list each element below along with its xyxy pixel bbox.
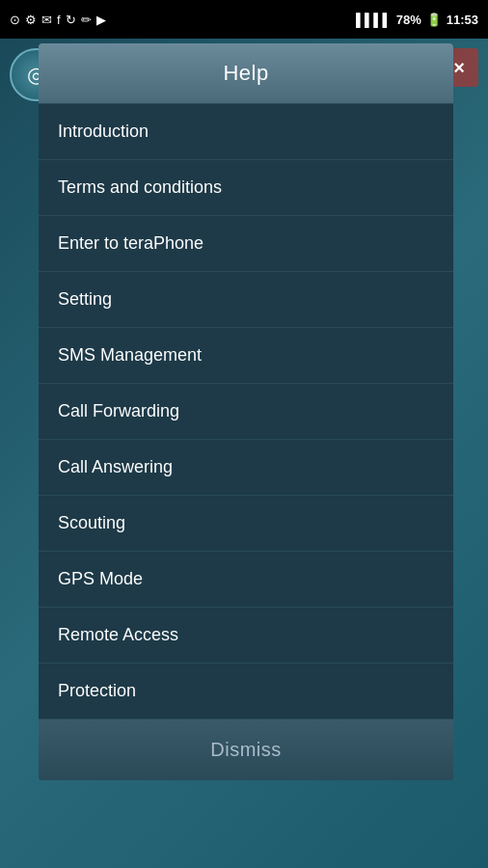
status-icons-left: ⊙ ⚙ ✉ f ↻ ✏ ▶ bbox=[10, 13, 106, 27]
dialog-header: Help bbox=[39, 43, 453, 103]
facebook-icon: f bbox=[57, 13, 61, 27]
sync-icon: ↻ bbox=[66, 13, 76, 27]
usb-icon: ⚙ bbox=[25, 13, 37, 27]
menu-item-remote-access[interactable]: Remote Access bbox=[39, 608, 453, 664]
menu-item-protection[interactable]: Protection bbox=[39, 664, 453, 719]
signal-icon: ▌▌▌▌ bbox=[356, 13, 392, 27]
battery-label: 78% bbox=[396, 13, 421, 27]
edit-icon: ✏ bbox=[81, 13, 92, 27]
dialog-title: Help bbox=[223, 61, 268, 85]
close-icon: × bbox=[453, 57, 465, 79]
status-bar: ⊙ ⚙ ✉ f ↻ ✏ ▶ ▌▌▌▌ 78% 🔋 11:53 bbox=[0, 0, 488, 39]
menu-item-introduction[interactable]: Introduction bbox=[39, 103, 453, 160]
menu-item-enter-teraphone[interactable]: Enter to teraPhone bbox=[39, 216, 453, 272]
dismiss-button[interactable]: Dismiss bbox=[39, 719, 453, 780]
menu-item-scouting[interactable]: Scouting bbox=[39, 496, 453, 552]
help-dialog: Help IntroductionTerms and conditionsEnt… bbox=[39, 43, 453, 780]
menu-item-terms[interactable]: Terms and conditions bbox=[39, 160, 453, 216]
time-label: 11:53 bbox=[447, 13, 478, 27]
menu-list: IntroductionTerms and conditionsEnter to… bbox=[39, 103, 453, 719]
bag-icon: ▶ bbox=[96, 13, 106, 27]
status-icons-right: ▌▌▌▌ 78% 🔋 11:53 bbox=[356, 13, 478, 27]
menu-item-gps-mode[interactable]: GPS Mode bbox=[39, 552, 453, 608]
battery-icon: 🔋 bbox=[426, 13, 442, 27]
menu-item-call-forwarding[interactable]: Call Forwarding bbox=[39, 384, 453, 440]
menu-item-sms-management[interactable]: SMS Management bbox=[39, 328, 453, 384]
gmail-icon: ✉ bbox=[41, 13, 52, 27]
menu-item-setting[interactable]: Setting bbox=[39, 272, 453, 328]
menu-item-call-answering[interactable]: Call Answering bbox=[39, 440, 453, 496]
alarm-icon: ⊙ bbox=[10, 13, 20, 27]
